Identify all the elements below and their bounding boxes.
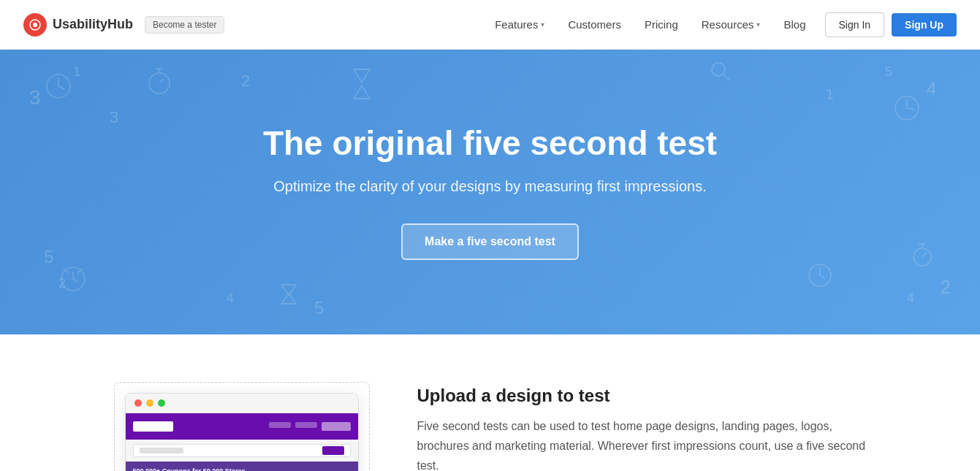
nav-features[interactable]: Features ▾ xyxy=(485,12,555,37)
sim-nav-1 xyxy=(269,422,291,428)
svg-point-1 xyxy=(33,23,37,27)
become-tester-button[interactable]: Become a tester xyxy=(145,16,224,34)
svg-point-11 xyxy=(895,96,919,120)
alarm-clock-icon-1 xyxy=(58,261,88,294)
hourglass-icon-1 xyxy=(351,68,373,100)
hero-content: The original five second test Optimize t… xyxy=(263,124,717,261)
svg-line-16 xyxy=(820,275,825,279)
resources-chevron-icon: ▾ xyxy=(756,20,760,28)
hero-title: The original five second test xyxy=(263,124,717,163)
stopwatch-icon-1 xyxy=(146,64,172,96)
nav-pricing[interactable]: Pricing xyxy=(634,12,688,37)
browser-dot-red xyxy=(134,399,142,407)
sim-search-bar xyxy=(126,440,358,462)
browser-dot-yellow xyxy=(146,399,153,407)
svg-point-21 xyxy=(61,267,85,291)
svg-line-23 xyxy=(73,279,78,282)
brand-name: UsabilityHub xyxy=(53,17,133,32)
magnifier-icon xyxy=(710,61,732,83)
svg-line-24 xyxy=(64,269,69,273)
hourglass-icon-2 xyxy=(278,283,300,305)
svg-point-26 xyxy=(712,63,725,76)
clock-icon-3 xyxy=(806,261,834,289)
sim-site-header xyxy=(126,413,358,440)
stopwatch-icon-2 xyxy=(908,240,936,267)
navbar: UsabilityHub Become a tester Features ▾ … xyxy=(0,0,980,50)
nav-auth: Sign In Sign Up xyxy=(825,12,957,37)
svg-line-8 xyxy=(159,79,164,83)
features-chevron-icon: ▾ xyxy=(541,20,544,28)
svg-line-4 xyxy=(58,86,64,89)
sign-in-button[interactable]: Sign In xyxy=(825,12,885,37)
sim-search-btn xyxy=(322,446,344,455)
nav-links: Features ▾ Customers Pricing Resources ▾… xyxy=(485,12,816,37)
upload-section: 500,000+ Coupons for 50,000 Stores xyxy=(52,334,929,471)
section-body: Five second tests can be used to test ho… xyxy=(417,416,870,471)
svg-line-20 xyxy=(922,253,927,257)
svg-point-17 xyxy=(913,248,931,266)
clock-icon-1 xyxy=(44,72,73,101)
sim-nav-2 xyxy=(295,422,317,428)
sim-search xyxy=(133,444,351,457)
browser-body: 500,000+ Coupons for 50,000 Stores xyxy=(126,413,358,471)
sim-search-text xyxy=(140,448,183,453)
nav-customers[interactable]: Customers xyxy=(558,12,631,37)
browser-mockup: 500,000+ Coupons for 50,000 Stores xyxy=(125,393,359,471)
svg-line-27 xyxy=(723,74,729,80)
section-text: Upload a design to test Five second test… xyxy=(417,378,870,471)
sim-account xyxy=(322,422,351,431)
brand-logo[interactable]: UsabilityHub xyxy=(23,13,133,37)
sim-nav xyxy=(269,422,351,431)
brand-icon xyxy=(23,13,47,37)
nav-resources[interactable]: Resources ▾ xyxy=(691,12,771,37)
hero-section: 3 1 3 5 2 2 5 4 4 5 1 2 4 xyxy=(0,50,980,334)
sim-hero: 500,000+ Coupons for 50,000 Stores xyxy=(126,462,358,471)
svg-point-14 xyxy=(809,264,831,286)
svg-point-5 xyxy=(149,73,170,93)
clock-icon-2 xyxy=(892,93,922,123)
browser-bar xyxy=(126,394,358,413)
hero-cta-button[interactable]: Make a five second test xyxy=(401,223,579,260)
sim-logo xyxy=(133,421,173,432)
sign-up-button[interactable]: Sign Up xyxy=(892,13,957,37)
browser-dot-green xyxy=(158,399,165,407)
hero-subtitle: Optimize the clarity of your designs by … xyxy=(263,175,717,197)
svg-line-25 xyxy=(77,269,83,273)
section-heading: Upload a design to test xyxy=(417,386,870,406)
sim-hero-text: 500,000+ Coupons for 50,000 Stores xyxy=(133,467,351,471)
svg-line-13 xyxy=(907,108,914,110)
nav-blog[interactable]: Blog xyxy=(773,12,816,37)
mockup-wrapper: 500,000+ Coupons for 50,000 Stores xyxy=(110,378,373,471)
svg-point-2 xyxy=(47,74,70,98)
